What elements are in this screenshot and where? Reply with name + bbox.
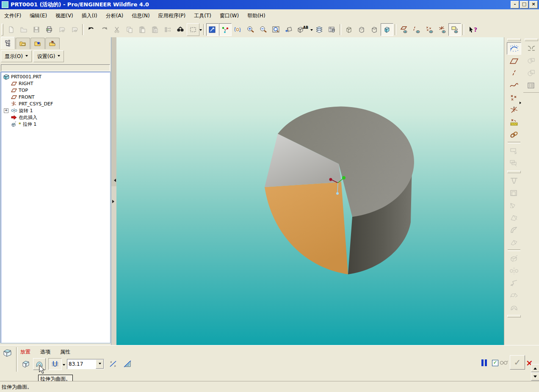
redo-button[interactable]	[98, 23, 111, 36]
datum-csys-toggle[interactable]	[436, 23, 448, 36]
datum-points-toggle[interactable]	[423, 23, 436, 36]
email-link-button[interactable]	[68, 23, 81, 36]
annotations-toggle[interactable]	[448, 23, 461, 36]
draft-tool[interactable]	[507, 211, 521, 224]
menu-applications[interactable]: 应用程序(P)	[154, 11, 190, 21]
accept-button[interactable]: ✓	[510, 355, 525, 370]
menu-analysis[interactable]: 分析(A)	[102, 11, 128, 21]
spin-center-button[interactable]	[219, 23, 232, 36]
menu-help[interactable]: 帮助(H)	[243, 11, 269, 21]
folder-browser-tab[interactable]	[16, 38, 30, 49]
tree-row-part[interactable]: PRT0001.PRT	[1, 73, 110, 80]
corner-merge-tool[interactable]	[524, 42, 539, 55]
pause-button[interactable]	[481, 359, 487, 366]
paste-button[interactable]	[136, 23, 149, 36]
intersect-tool[interactable]	[524, 67, 539, 79]
paste-special-button[interactable]	[149, 23, 161, 36]
round-tool[interactable]	[507, 224, 521, 236]
new-file-button[interactable]	[5, 23, 17, 36]
shell-tool[interactable]	[507, 187, 521, 199]
chamfer-tool[interactable]	[507, 236, 521, 248]
flip-direction-button[interactable]	[107, 358, 119, 370]
depth-option-dropdown[interactable]	[63, 364, 65, 367]
offset-edge-tool[interactable]	[507, 157, 521, 169]
zoom-fit-button[interactable]	[270, 23, 282, 36]
settings-dropdown-button[interactable]: 设置(G)	[33, 50, 64, 62]
cut-button[interactable]	[111, 23, 123, 36]
tree-row-front[interactable]: FRONT	[1, 94, 110, 100]
tree-row-csys[interactable]: PRT_CSYS_DEF	[1, 100, 110, 107]
tree-filter-box[interactable]	[1, 64, 110, 71]
datum-axes-toggle[interactable]	[410, 23, 423, 36]
preview-checkbox[interactable]: ✓	[492, 360, 498, 366]
toolbar-handle[interactable]	[507, 315, 521, 317]
tree-row-top[interactable]: TOP	[1, 87, 110, 94]
menu-view[interactable]: 视图(V)	[51, 11, 77, 21]
email-model-button[interactable]	[55, 23, 68, 36]
datum-plane-tool[interactable]	[507, 55, 521, 67]
curve-tool[interactable]	[507, 79, 521, 91]
expand-icon[interactable]: +	[4, 108, 8, 113]
tab-properties[interactable]: 属性	[60, 348, 70, 356]
zoom-out-button[interactable]	[257, 23, 270, 36]
rib-tool[interactable]	[507, 199, 521, 211]
select-rect-button[interactable]	[187, 23, 199, 36]
toolbar-handle[interactable]	[507, 171, 521, 173]
toolbar-handle[interactable]	[525, 39, 538, 41]
menu-insert[interactable]: 插入(I)	[77, 11, 102, 21]
minimize-button[interactable]: -	[511, 1, 519, 8]
blend-tool[interactable]	[507, 289, 521, 301]
maximize-button[interactable]: □	[520, 1, 528, 8]
graphics-viewport[interactable]	[116, 37, 504, 345]
verify-glasses-icon[interactable]	[500, 359, 508, 367]
model-tree-tab[interactable]	[1, 37, 15, 49]
depth-combo-dropdown[interactable]	[96, 359, 104, 369]
solid-type-button[interactable]	[19, 358, 32, 370]
toolbar-handle[interactable]	[507, 39, 521, 41]
hole-tool[interactable]	[507, 174, 521, 187]
tree-row-right[interactable]: RIGHT	[1, 80, 110, 87]
datum-planes-toggle[interactable]	[398, 23, 410, 36]
use-edge-tool[interactable]	[507, 145, 521, 157]
repaint-button[interactable]	[206, 23, 219, 36]
tree-row-revolve[interactable]: + 旋转 1	[1, 107, 110, 114]
wireframe-button[interactable]	[343, 23, 355, 36]
menu-edit[interactable]: 编辑(E)	[25, 11, 51, 21]
tree-row-insert-here[interactable]: 在此插入	[1, 114, 110, 121]
find-button[interactable]	[174, 23, 187, 36]
datum-point-tool[interactable]	[507, 91, 521, 104]
refit-view-button[interactable]	[282, 23, 295, 36]
open-button[interactable]	[17, 23, 30, 36]
shaded-button[interactable]	[381, 23, 393, 36]
style-surface-tool[interactable]	[507, 301, 521, 314]
tab-placement[interactable]: 放置	[20, 348, 30, 356]
remove-material-button[interactable]	[121, 358, 134, 370]
flyout-arrow-icon[interactable]	[520, 102, 522, 104]
extrude-tool[interactable]	[507, 252, 521, 265]
offset-point-tool[interactable]	[507, 116, 521, 128]
chain-tool[interactable]	[507, 128, 521, 141]
tab-options[interactable]: 选项	[40, 348, 50, 356]
select-rect-dropdown[interactable]	[199, 29, 202, 32]
view-manager-button[interactable]	[326, 23, 338, 36]
save-button[interactable]	[30, 23, 43, 36]
saved-views-button[interactable]: AB	[295, 23, 310, 36]
copy-button[interactable]	[123, 23, 136, 36]
sketch-tool-button[interactable]	[507, 42, 521, 55]
tree-row-extrude[interactable]: * 拉伸 1	[1, 121, 110, 127]
divide-tool[interactable]	[524, 55, 539, 67]
expand-right-button[interactable]	[112, 193, 116, 210]
toolbar-handle[interactable]	[1, 24, 3, 36]
orient-mode-button[interactable]	[232, 23, 244, 36]
context-help-button[interactable]: ?	[465, 23, 481, 36]
spin-down-button[interactable]	[531, 373, 539, 381]
undo-button[interactable]	[85, 23, 98, 36]
connections-tab[interactable]	[45, 38, 60, 49]
depth-value-input[interactable]	[67, 359, 96, 369]
palette-tool[interactable]	[524, 79, 539, 91]
menu-file[interactable]: 文件(F)	[0, 11, 25, 21]
hidden-line-button[interactable]	[355, 23, 368, 36]
depth-option-button[interactable]	[48, 358, 62, 370]
datum-axis-tool[interactable]	[507, 67, 521, 79]
layers-button[interactable]	[313, 23, 326, 36]
